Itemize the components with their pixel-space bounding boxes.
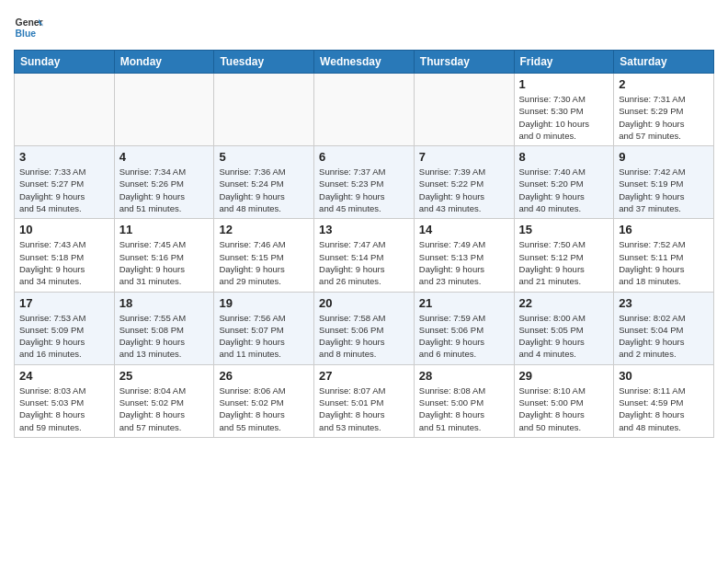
day-info: Sunrise: 7:58 AMSunset: 5:06 PMDaylight:…	[319, 312, 409, 361]
calendar-cell: 19Sunrise: 7:56 AMSunset: 5:07 PMDayligh…	[214, 292, 314, 364]
day-number: 18	[119, 296, 210, 310]
calendar-cell: 1Sunrise: 7:30 AMSunset: 5:30 PMDaylight…	[514, 74, 614, 146]
week-row-2: 3Sunrise: 7:33 AMSunset: 5:27 PMDaylight…	[15, 146, 714, 219]
day-number: 22	[519, 296, 609, 310]
day-info: Sunrise: 7:43 AMSunset: 5:18 PMDaylight:…	[19, 238, 109, 287]
calendar-table: SundayMondayTuesdayWednesdayThursdayFrid…	[14, 50, 714, 438]
day-info: Sunrise: 8:06 AMSunset: 5:02 PMDaylight:…	[219, 385, 309, 433]
day-number: 29	[519, 369, 609, 383]
day-number: 3	[19, 150, 109, 164]
day-number: 30	[619, 369, 709, 383]
calendar-cell	[314, 74, 415, 146]
calendar-cell: 11Sunrise: 7:45 AMSunset: 5:16 PMDayligh…	[114, 219, 214, 292]
day-number: 5	[219, 150, 309, 164]
calendar-cell: 17Sunrise: 7:53 AMSunset: 5:09 PMDayligh…	[15, 292, 115, 364]
calendar-cell: 16Sunrise: 7:52 AMSunset: 5:11 PMDayligh…	[614, 219, 714, 292]
day-number: 28	[419, 369, 509, 383]
svg-text:Blue: Blue	[16, 29, 37, 39]
weekday-header-thursday: Thursday	[414, 51, 514, 74]
calendar-cell: 14Sunrise: 7:49 AMSunset: 5:13 PMDayligh…	[414, 219, 514, 292]
day-info: Sunrise: 7:59 AMSunset: 5:06 PMDaylight:…	[419, 312, 509, 361]
day-number: 25	[119, 369, 210, 383]
day-number: 12	[219, 223, 309, 236]
calendar-cell: 28Sunrise: 8:08 AMSunset: 5:00 PMDayligh…	[414, 364, 514, 437]
calendar-cell: 5Sunrise: 7:36 AMSunset: 5:24 PMDaylight…	[214, 146, 314, 219]
weekday-header-wednesday: Wednesday	[314, 51, 415, 74]
calendar-cell: 7Sunrise: 7:39 AMSunset: 5:22 PMDaylight…	[414, 146, 514, 219]
calendar-cell	[15, 74, 115, 146]
calendar-cell: 24Sunrise: 8:03 AMSunset: 5:03 PMDayligh…	[15, 364, 115, 437]
day-info: Sunrise: 8:04 AMSunset: 5:02 PMDaylight:…	[119, 385, 210, 433]
page: General Blue SundayMondayTuesdayWednesda…	[0, 0, 728, 452]
week-row-3: 10Sunrise: 7:43 AMSunset: 5:18 PMDayligh…	[15, 219, 714, 292]
day-info: Sunrise: 7:30 AMSunset: 5:30 PMDaylight:…	[519, 93, 609, 142]
weekday-header-friday: Friday	[514, 51, 614, 74]
calendar-cell: 22Sunrise: 8:00 AMSunset: 5:05 PMDayligh…	[514, 292, 614, 364]
calendar-cell	[114, 74, 214, 146]
day-info: Sunrise: 7:50 AMSunset: 5:12 PMDaylight:…	[519, 238, 609, 287]
logo: General Blue	[14, 13, 43, 42]
day-number: 8	[519, 150, 609, 164]
day-number: 19	[219, 296, 309, 310]
weekday-header-tuesday: Tuesday	[214, 51, 314, 74]
day-info: Sunrise: 8:00 AMSunset: 5:05 PMDaylight:…	[519, 312, 609, 361]
calendar-cell: 23Sunrise: 8:02 AMSunset: 5:04 PMDayligh…	[614, 292, 714, 364]
day-number: 16	[619, 223, 709, 236]
calendar-cell: 18Sunrise: 7:55 AMSunset: 5:08 PMDayligh…	[114, 292, 214, 364]
calendar-cell: 4Sunrise: 7:34 AMSunset: 5:26 PMDaylight…	[114, 146, 214, 219]
week-row-1: 1Sunrise: 7:30 AMSunset: 5:30 PMDaylight…	[15, 74, 714, 146]
day-info: Sunrise: 8:02 AMSunset: 5:04 PMDaylight:…	[619, 312, 709, 361]
day-number: 24	[19, 369, 109, 383]
day-number: 17	[19, 296, 109, 310]
day-number: 14	[419, 223, 509, 236]
day-info: Sunrise: 8:10 AMSunset: 5:00 PMDaylight:…	[519, 385, 609, 433]
calendar-cell: 27Sunrise: 8:07 AMSunset: 5:01 PMDayligh…	[314, 364, 415, 437]
day-number: 21	[419, 296, 509, 310]
weekday-header-sunday: Sunday	[15, 51, 115, 74]
day-info: Sunrise: 7:49 AMSunset: 5:13 PMDaylight:…	[419, 238, 509, 287]
day-number: 6	[319, 150, 409, 164]
calendar-cell: 29Sunrise: 8:10 AMSunset: 5:00 PMDayligh…	[514, 364, 614, 437]
day-number: 2	[619, 77, 709, 91]
week-row-5: 24Sunrise: 8:03 AMSunset: 5:03 PMDayligh…	[15, 364, 714, 437]
calendar-cell: 30Sunrise: 8:11 AMSunset: 4:59 PMDayligh…	[614, 364, 714, 437]
day-info: Sunrise: 7:47 AMSunset: 5:14 PMDaylight:…	[319, 238, 409, 287]
calendar-cell: 2Sunrise: 7:31 AMSunset: 5:29 PMDaylight…	[614, 74, 714, 146]
header: General Blue	[14, 9, 714, 42]
day-info: Sunrise: 7:45 AMSunset: 5:16 PMDaylight:…	[119, 238, 210, 287]
day-number: 27	[319, 369, 409, 383]
day-info: Sunrise: 7:34 AMSunset: 5:26 PMDaylight:…	[119, 166, 210, 214]
weekday-header-saturday: Saturday	[614, 51, 714, 74]
calendar-cell	[414, 74, 514, 146]
calendar-cell: 10Sunrise: 7:43 AMSunset: 5:18 PMDayligh…	[15, 219, 115, 292]
day-number: 20	[319, 296, 409, 310]
day-info: Sunrise: 7:31 AMSunset: 5:29 PMDaylight:…	[619, 93, 709, 142]
calendar-cell: 6Sunrise: 7:37 AMSunset: 5:23 PMDaylight…	[314, 146, 415, 219]
weekday-header-monday: Monday	[114, 51, 214, 74]
day-number: 7	[419, 150, 509, 164]
day-info: Sunrise: 8:03 AMSunset: 5:03 PMDaylight:…	[19, 385, 109, 433]
calendar-cell: 12Sunrise: 7:46 AMSunset: 5:15 PMDayligh…	[214, 219, 314, 292]
logo-icon: General Blue	[14, 13, 43, 42]
calendar-cell: 25Sunrise: 8:04 AMSunset: 5:02 PMDayligh…	[114, 364, 214, 437]
day-info: Sunrise: 7:55 AMSunset: 5:08 PMDaylight:…	[119, 312, 210, 361]
day-number: 10	[19, 223, 109, 236]
calendar-cell: 15Sunrise: 7:50 AMSunset: 5:12 PMDayligh…	[514, 219, 614, 292]
calendar-cell: 13Sunrise: 7:47 AMSunset: 5:14 PMDayligh…	[314, 219, 415, 292]
day-info: Sunrise: 7:37 AMSunset: 5:23 PMDaylight:…	[319, 166, 409, 214]
day-info: Sunrise: 7:33 AMSunset: 5:27 PMDaylight:…	[19, 166, 109, 214]
day-info: Sunrise: 8:07 AMSunset: 5:01 PMDaylight:…	[319, 385, 409, 433]
day-info: Sunrise: 7:39 AMSunset: 5:22 PMDaylight:…	[419, 166, 509, 214]
day-number: 23	[619, 296, 709, 310]
day-info: Sunrise: 7:46 AMSunset: 5:15 PMDaylight:…	[219, 238, 309, 287]
day-number: 15	[519, 223, 609, 236]
day-number: 13	[319, 223, 409, 236]
day-number: 9	[619, 150, 709, 164]
calendar-cell: 21Sunrise: 7:59 AMSunset: 5:06 PMDayligh…	[414, 292, 514, 364]
day-info: Sunrise: 8:11 AMSunset: 4:59 PMDaylight:…	[619, 385, 709, 433]
weekday-header-row: SundayMondayTuesdayWednesdayThursdayFrid…	[15, 51, 714, 74]
day-number: 26	[219, 369, 309, 383]
calendar-cell: 26Sunrise: 8:06 AMSunset: 5:02 PMDayligh…	[214, 364, 314, 437]
day-number: 1	[519, 77, 609, 91]
calendar-cell: 20Sunrise: 7:58 AMSunset: 5:06 PMDayligh…	[314, 292, 415, 364]
